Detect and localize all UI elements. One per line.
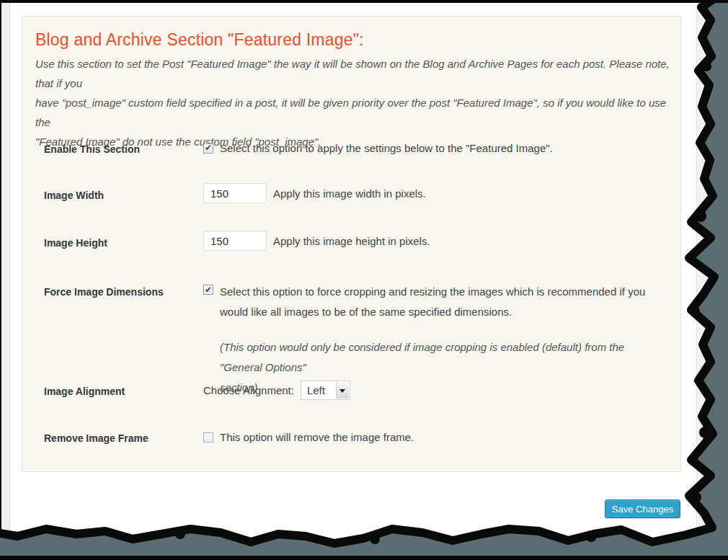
- select-dropdown-button[interactable]: [336, 382, 349, 399]
- left-gutter: [0, 0, 10, 539]
- field-label-image-height: Image Height: [44, 236, 199, 250]
- check-mark-icon: ✔: [205, 143, 212, 152]
- field-label-image-alignment: Image Alignment: [44, 384, 199, 399]
- image-width-input[interactable]: [203, 183, 267, 203]
- remove-frame-description: This option will remove the image frame.: [220, 431, 414, 443]
- row-remove-image-frame: Remove Image Frame ✔ This option will re…: [44, 431, 667, 443]
- image-alignment-select[interactable]: Left: [301, 381, 350, 400]
- image-alignment-selected-value: Left: [301, 384, 325, 396]
- enable-section-description: Select this option to apply the settings…: [220, 142, 553, 154]
- force-dimensions-description: Select this option to force cropping and…: [220, 282, 645, 322]
- section-intro: Use this section to set the Post "Featur…: [35, 54, 677, 151]
- row-image-width: Image Width Apply this image width in pi…: [44, 183, 667, 203]
- right-gutter: [696, 0, 728, 560]
- remove-frame-checkbox[interactable]: ✔: [203, 432, 213, 443]
- image-height-description: Apply this image height in pixels.: [273, 235, 430, 247]
- field-label-remove-image-frame: Remove Image Frame: [44, 431, 199, 445]
- force-dimensions-checkbox[interactable]: ✔: [203, 285, 213, 295]
- field-label-force-image-dimensions: Force Image Dimensions: [44, 285, 199, 299]
- image-width-description: Apply this image width in pixels.: [273, 187, 426, 200]
- section-title: Blog and Archive Section "Featured Image…: [35, 30, 364, 50]
- save-changes-button[interactable]: Save Changes: [605, 499, 680, 518]
- choose-alignment-label: Choose Alignment:: [203, 384, 294, 396]
- check-mark-icon: ✔: [205, 285, 212, 294]
- row-image-alignment: Image Alignment Choose Alignment: Left: [44, 381, 667, 400]
- row-enable-this-section: Enable This Section ✔ Select this option…: [44, 142, 667, 154]
- intro-line: have "post_image" custom field specified…: [35, 93, 677, 132]
- image-height-input[interactable]: [203, 231, 267, 251]
- enable-section-checkbox[interactable]: ✔: [203, 143, 213, 154]
- field-label-image-width: Image Width: [44, 188, 199, 203]
- chevron-down-icon: [339, 389, 345, 396]
- field-label-enable-this-section: Enable This Section: [44, 142, 199, 156]
- row-image-height: Image Height Apply this image height in …: [44, 231, 667, 251]
- settings-panel: Blog and Archive Section "Featured Image…: [22, 16, 681, 472]
- intro-line: Use this section to set the Post "Featur…: [35, 54, 677, 93]
